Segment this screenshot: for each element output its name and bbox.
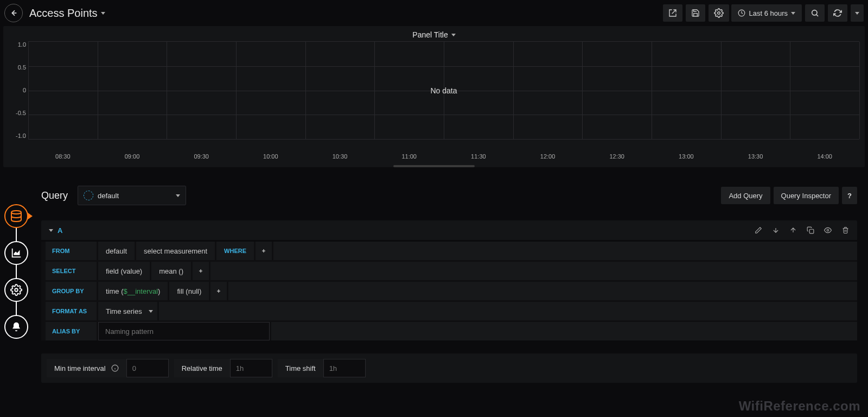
datasource-select[interactable]: default xyxy=(78,186,186,205)
gear-icon xyxy=(714,8,724,18)
y-tick: 0 xyxy=(9,87,26,93)
query-editor: Query default Add Query Query Inspector … xyxy=(41,186,857,383)
share-button[interactable] xyxy=(663,4,682,22)
chevron-down-icon xyxy=(791,12,795,15)
time-shift-input[interactable] xyxy=(323,359,366,377)
x-tick: 10:30 xyxy=(305,153,375,160)
from-measurement-chip[interactable]: select measurement xyxy=(136,242,215,260)
chart-icon xyxy=(10,247,22,259)
y-axis: 1.0 0.5 0 -0.5 -1.0 xyxy=(9,41,28,139)
back-button[interactable] xyxy=(4,4,23,22)
share-icon xyxy=(668,9,677,17)
refresh-button[interactable] xyxy=(828,4,847,22)
svg-line-3 xyxy=(816,15,818,16)
from-policy-chip[interactable]: default xyxy=(98,242,135,260)
time-shift-label: Time shift xyxy=(278,359,323,377)
panel-title[interactable]: Panel Title xyxy=(9,30,859,39)
page-title[interactable]: Access Points xyxy=(29,7,105,20)
page-title-text: Access Points xyxy=(29,7,98,20)
groupby-fill-chip[interactable]: fill (null) xyxy=(169,282,209,300)
x-tick: 09:00 xyxy=(98,153,167,160)
format-select[interactable]: Time series xyxy=(98,302,157,320)
row-fill xyxy=(228,282,857,300)
y-tick: 1.0 xyxy=(9,41,26,48)
where-label[interactable]: WHERE xyxy=(216,242,254,260)
svg-point-0 xyxy=(718,12,720,15)
groupby-time-chip[interactable]: time ($__interval) xyxy=(98,282,168,300)
time-suffix: ) xyxy=(158,287,160,295)
query-letter[interactable]: A xyxy=(58,226,62,235)
add-query-button[interactable]: Add Query xyxy=(721,187,770,204)
chart-area: 1.0 0.5 0 -0.5 -1.0 No data xyxy=(9,41,859,150)
svg-point-2 xyxy=(812,10,817,15)
duplicate-query-button[interactable] xyxy=(806,226,815,235)
x-tick: 12:30 xyxy=(582,153,652,160)
query-inspector-button[interactable]: Query Inspector xyxy=(774,187,839,204)
info-icon[interactable] xyxy=(111,364,119,372)
add-groupby-button[interactable] xyxy=(210,282,227,300)
add-where-button[interactable] xyxy=(256,242,272,260)
query-header: Query default Add Query Query Inspector … xyxy=(41,186,857,205)
relative-time-label: Relative time xyxy=(174,359,230,377)
x-tick: 13:30 xyxy=(721,153,790,160)
x-tick: 14:00 xyxy=(790,153,859,160)
tab-queries[interactable] xyxy=(4,204,28,228)
editor-tab-rail xyxy=(4,204,28,339)
tab-general[interactable] xyxy=(4,278,28,302)
chart-grid[interactable]: No data xyxy=(28,41,859,139)
select-mean-chip[interactable]: mean () xyxy=(151,262,191,280)
x-tick: 13:00 xyxy=(652,153,721,160)
trash-icon xyxy=(842,226,849,234)
format-label: FORMAT AS xyxy=(46,302,97,320)
alias-input[interactable] xyxy=(98,322,270,340)
relative-time-input[interactable] xyxy=(230,359,272,377)
chart-panel: Panel Title 1.0 0.5 0 -0.5 -1.0 xyxy=(3,26,865,167)
row-fill xyxy=(210,262,857,280)
x-tick: 12:00 xyxy=(513,153,583,160)
add-select-button[interactable] xyxy=(193,262,209,280)
min-interval-input[interactable] xyxy=(126,359,169,377)
eye-icon xyxy=(824,226,832,234)
panel-title-text: Panel Title xyxy=(412,30,448,39)
tab-visualization[interactable] xyxy=(4,241,28,265)
refresh-icon xyxy=(833,9,842,17)
row-fill xyxy=(159,302,857,320)
edit-query-button[interactable] xyxy=(754,226,763,235)
remove-query-button[interactable] xyxy=(841,226,850,235)
select-field-chip[interactable]: field (value) xyxy=(98,262,150,280)
move-up-button[interactable] xyxy=(789,226,797,235)
toggle-query-button[interactable] xyxy=(824,226,832,235)
panel-resize-handle[interactable] xyxy=(393,165,475,167)
plus-icon xyxy=(261,248,266,254)
x-tick: 09:30 xyxy=(167,153,236,160)
watermark: WifiReference.com xyxy=(739,399,860,414)
question-icon: ? xyxy=(847,192,852,200)
chevron-down-icon xyxy=(101,12,105,15)
time-range-picker[interactable]: Last 6 hours xyxy=(731,4,802,22)
svg-point-5 xyxy=(15,288,18,292)
alias-label: ALIAS BY xyxy=(46,322,97,340)
move-down-button[interactable] xyxy=(771,226,780,235)
x-tick: 10:00 xyxy=(236,153,305,160)
y-tick: 0.5 xyxy=(9,64,26,71)
tab-alert[interactable] xyxy=(4,315,28,339)
plus-icon xyxy=(216,288,221,294)
plus-icon xyxy=(198,268,203,274)
row-fill xyxy=(273,242,857,260)
query-help-button[interactable]: ? xyxy=(842,187,857,204)
refresh-interval-button[interactable] xyxy=(851,4,864,22)
chevron-down-icon xyxy=(451,34,456,36)
x-tick: 08:30 xyxy=(28,153,98,160)
settings-button[interactable] xyxy=(709,4,729,22)
bell-icon xyxy=(11,321,22,332)
time-range-label: Last 6 hours xyxy=(749,9,788,17)
arrow-left-icon xyxy=(9,9,18,17)
gear-icon xyxy=(10,284,22,296)
svg-point-7 xyxy=(827,229,829,231)
collapse-icon[interactable] xyxy=(49,229,53,232)
page-header: Access Points Last 6 hours xyxy=(0,0,868,26)
svg-point-4 xyxy=(11,211,21,214)
save-button[interactable] xyxy=(686,4,705,22)
zoom-button[interactable] xyxy=(805,4,825,22)
chevron-down-icon xyxy=(855,12,859,15)
